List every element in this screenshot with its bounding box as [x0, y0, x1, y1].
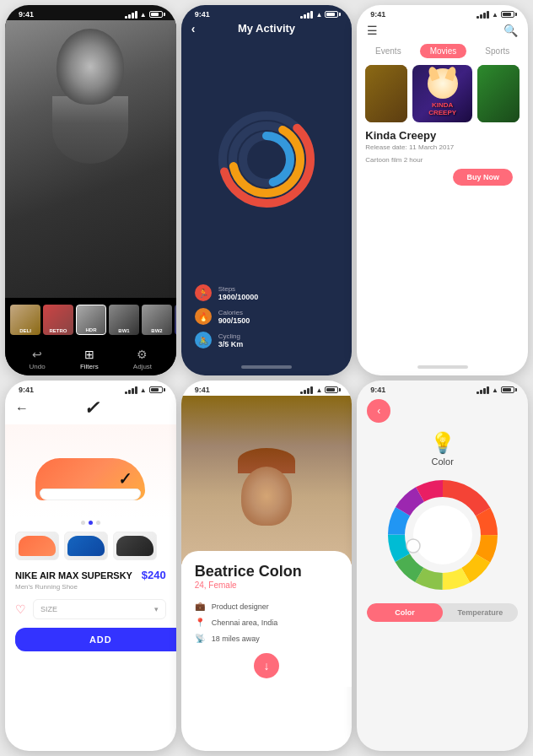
battery-color [501, 386, 514, 393]
tab-events[interactable]: Events [365, 44, 412, 58]
wifi-nike: ▲ [140, 386, 147, 394]
status-bar-activity: 9:41 ▲ [181, 5, 353, 20]
msb3 [483, 13, 486, 19]
home-indicator-movies [357, 359, 528, 375]
profile-download-button[interactable]: ↓ [254, 653, 279, 678]
wifi-movies: ▲ [492, 11, 498, 19]
menu-icon[interactable]: ☰ [367, 24, 378, 37]
color-label: Color [357, 456, 528, 467]
tab-color[interactable]: Color [367, 603, 442, 622]
profile-distance: 📡 18 miles away [195, 630, 339, 646]
filter-bw1[interactable]: BW1 [109, 305, 139, 335]
signal-nike [125, 386, 137, 394]
movie-card-small-1[interactable] [365, 65, 407, 122]
color-wheel[interactable] [388, 480, 498, 590]
status-bar-profile: 9:41 ▲ [181, 381, 353, 396]
steps-label: Steps [218, 285, 339, 293]
activity-back-button[interactable]: ‹ [191, 22, 196, 35]
battery-nike [149, 386, 163, 393]
shoe-image: ✓ [35, 441, 145, 500]
msb4 [487, 11, 489, 19]
product-type: Men's Running Shoe [5, 583, 176, 596]
signal-photo [125, 11, 137, 19]
shoe-thumb-1[interactable] [15, 532, 59, 560]
activity-rings [216, 109, 317, 210]
status-icons-profile: ▲ [300, 386, 338, 394]
cycling-value: 3/5 Km [218, 340, 339, 348]
shoe-thumb-3[interactable] [113, 532, 157, 560]
old-man-silhouette [40, 29, 141, 155]
adjust-button[interactable]: ⚙ Adjust [133, 348, 152, 370]
add-to-cart-button[interactable]: ADD [15, 628, 176, 651]
movie-featured-content: Kinda Creepy Release date: 11 March 2017… [357, 122, 528, 192]
color-back-button[interactable]: ‹ [367, 399, 390, 423]
dot-2 [89, 521, 93, 525]
wifi-profile: ▲ [315, 386, 322, 394]
undo-button[interactable]: ↩ Undo [30, 348, 46, 370]
profile-job: 💼 Product designer [195, 598, 339, 614]
cycling-dot: 🚴 [195, 332, 212, 348]
filter-strip: DELI RETRO HDR BW1 BW2 BLUE ND [5, 298, 176, 342]
profile-age-gender: 24, Female [195, 580, 339, 590]
filters-button[interactable]: ⊞ Filters [80, 348, 99, 370]
profile-card: Beatrice Colon 24, Female 💼 Product desi… [181, 551, 353, 687]
filter-hdr[interactable]: HDR [76, 305, 106, 335]
profile-location: 📍 Chennai area, India [195, 614, 339, 630]
dot-1 [81, 521, 85, 525]
status-icons-photo: ▲ [125, 11, 163, 19]
shoe-thumb-2[interactable] [64, 532, 108, 560]
status-bar-color: 9:41 ▲ [357, 381, 528, 396]
activity-stats: 🏃 Steps 1900/10000 🔥 Calories 900/1500 🚴… [181, 279, 353, 359]
time-activity: 9:41 [195, 10, 210, 19]
signal-movies [476, 11, 489, 19]
shoe-sole [40, 489, 141, 500]
tab-sports[interactable]: Sports [475, 44, 520, 58]
location-icon: 📍 [195, 618, 205, 627]
rings-container [181, 40, 353, 279]
nike-logo: ✓ [83, 397, 98, 419]
filter-blue[interactable]: BLUE [175, 305, 176, 335]
psb4 [310, 386, 313, 394]
phone-activity: 9:41 ▲ ‹ My Activity [181, 5, 353, 375]
wishlist-button[interactable]: ♡ [15, 602, 26, 616]
steps-dot: 🏃 [195, 284, 212, 301]
movie-card-featured[interactable]: KINDACREEPY [412, 65, 472, 122]
color-tabs: Color Temperature [367, 603, 518, 622]
wifi-photo: ▲ [140, 11, 147, 19]
signal-activity [300, 11, 313, 19]
signal-bar-2 [128, 14, 131, 19]
nike-header: ← ✓ [5, 396, 176, 424]
photo-toolbar: ↩ Undo ⊞ Filters ⚙ Adjust [5, 342, 176, 375]
nike-back-button[interactable]: ← [15, 401, 29, 416]
download-icon: ↓ [263, 659, 269, 672]
msb2 [480, 14, 482, 19]
time-color: 9:41 [370, 386, 385, 394]
tab-movies[interactable]: Movies [420, 44, 467, 58]
psb3 [307, 388, 310, 394]
filter-bw2[interactable]: BW2 [142, 305, 172, 335]
buy-now-button[interactable]: Buy Now [453, 169, 513, 186]
calories-dot: 🔥 [195, 308, 212, 325]
sb4 [310, 11, 313, 19]
tab-temperature[interactable]: Temperature [443, 603, 518, 622]
profile-name: Beatrice Colon [195, 563, 339, 580]
movie-release: Release date: 11 March 2017 [365, 143, 520, 151]
movie-card-small-3[interactable] [477, 65, 520, 122]
filter-retro[interactable]: RETRO [43, 305, 73, 335]
status-bar-movies: 9:41 ▲ [357, 5, 528, 20]
movies-nav: ☰ 🔍 [357, 20, 528, 40]
filter-deli[interactable]: DELI [10, 305, 40, 335]
wifi-activity: ▲ [315, 11, 322, 19]
search-icon[interactable]: 🔍 [503, 24, 518, 37]
size-selector[interactable]: SIZE ▾ [33, 599, 166, 619]
product-name: NIKE AIR MAX SUPERSKY [15, 570, 132, 580]
calories-stat: 🔥 Calories 900/1500 [195, 308, 339, 325]
battery-activity [325, 11, 338, 18]
poster-sm3 [477, 65, 520, 122]
color-header: ‹ [357, 396, 528, 426]
nsb2 [128, 390, 131, 394]
status-icons-movies: ▲ [476, 11, 514, 19]
status-bar-photo: 9:41 ▲ [5, 5, 176, 20]
kinda-creepy-text: KINDACREEPY [428, 102, 456, 117]
svg-point-17 [413, 505, 472, 564]
